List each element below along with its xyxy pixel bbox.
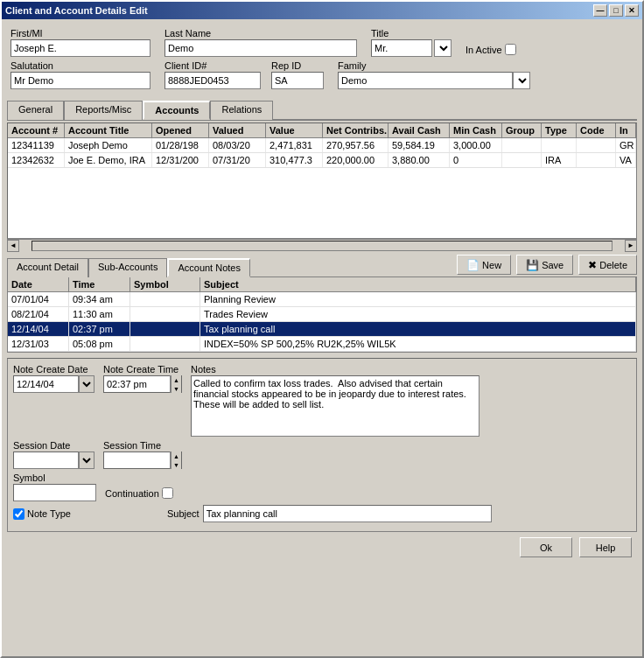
symbol-input[interactable] — [13, 484, 96, 501]
note-create-date-select[interactable]: ▼ — [79, 375, 94, 393]
title-field: Title ▼ — [371, 28, 452, 57]
scroll-left-button[interactable]: ◄ — [7, 240, 19, 252]
maximize-button[interactable]: □ — [609, 4, 623, 17]
table-row[interactable]: 12341139 Joseph Demo 01/28/198 08/03/20 … — [8, 138, 636, 153]
td-type: IRA — [542, 153, 577, 167]
notes-row[interactable]: 12/31/03 05:08 pm INDEX=50% SP 500,25% R… — [8, 337, 636, 352]
td-account-num: 12342632 — [8, 153, 65, 167]
tab-account-notes[interactable]: Account Notes — [167, 258, 250, 277]
notes-col-time: Time — [69, 277, 130, 291]
delete-label: Delete — [599, 260, 627, 270]
td-in: GR — [616, 138, 636, 152]
title-label: Title — [371, 28, 452, 38]
notes-textarea[interactable]: Called to confirm tax loss trades. Also … — [191, 375, 480, 437]
session-time-input[interactable] — [104, 454, 170, 466]
save-label: Save — [542, 260, 564, 270]
session-date-label: Session Date — [13, 440, 94, 451]
notes-td-subject: INDEX=50% SP 500,25% RU2K,25% WIL5K — [200, 337, 636, 351]
family-select[interactable]: ▼ — [513, 72, 530, 89]
tab-account-detail[interactable]: Account Detail — [7, 258, 88, 277]
tab-relations[interactable]: Relations — [210, 101, 273, 120]
scroll-right-button[interactable]: ► — [625, 240, 637, 252]
table-row[interactable]: 12342632 Joe E. Demo, IRA 12/31/200 07/3… — [8, 153, 636, 168]
minimize-button[interactable]: — — [593, 4, 607, 17]
notes-col-symbol: Symbol — [130, 277, 200, 291]
note-type-checkbox[interactable] — [13, 508, 24, 520]
detail-row-3: Symbol Continuation — [13, 472, 631, 501]
detail-row-2: Session Date ▼ Session Time ▲ ▼ — [13, 440, 631, 469]
title-select[interactable]: ▼ — [434, 39, 452, 57]
save-button[interactable]: 💾 Save — [516, 255, 573, 275]
notes-td-time: 05:08 pm — [69, 337, 130, 351]
form-row-1: First/MI Last Name Title ▼ In Active — [10, 28, 634, 57]
rep-id-input[interactable] — [271, 72, 324, 89]
hscrollbar-track[interactable] — [32, 241, 612, 251]
help-button[interactable]: Help — [579, 537, 632, 557]
main-tabs-bar: General Reports/Misc Accounts Relations — [7, 100, 637, 121]
delete-button[interactable]: ✖ Delete — [578, 255, 637, 275]
td-account-num: 12341139 — [8, 138, 65, 152]
detail-row-4: Note Type Subject — [13, 505, 631, 522]
td-value: 2,471,831 — [266, 138, 323, 152]
td-valued: 08/03/20 — [209, 138, 266, 152]
new-icon: 📄 — [466, 259, 480, 271]
notes-td-symbol — [130, 322, 200, 336]
td-valued: 07/31/20 — [209, 153, 266, 167]
first-mi-field: First/MI — [10, 28, 150, 57]
new-button[interactable]: 📄 New — [457, 255, 511, 275]
notes-td-date: 08/21/04 — [8, 307, 69, 321]
tab-reports-misc[interactable]: Reports/Misc — [64, 101, 143, 120]
footer-buttons: Ok Help — [7, 532, 637, 561]
session-time-up-button[interactable]: ▲ — [171, 452, 181, 460]
col-account-title: Account Title — [65, 123, 152, 137]
client-id-label: Client ID# — [164, 60, 261, 71]
tab-sub-accounts[interactable]: Sub-Accounts — [88, 258, 167, 277]
td-opened: 12/31/200 — [152, 153, 209, 167]
in-active-field: In Active — [466, 44, 516, 55]
td-code — [577, 138, 616, 152]
title-input[interactable] — [371, 39, 432, 57]
notes-field: Notes Called to confirm tax loss trades.… — [191, 364, 480, 437]
close-button[interactable]: ✕ — [625, 4, 639, 17]
last-name-input[interactable] — [164, 39, 357, 57]
notes-row[interactable]: 07/01/04 09:34 am Planning Review — [8, 292, 636, 307]
notes-td-symbol — [130, 337, 200, 351]
td-group — [502, 153, 542, 167]
time-down-button[interactable]: ▼ — [171, 384, 181, 393]
main-window: Client and Account Details Edit — □ ✕ Fi… — [0, 0, 644, 658]
ok-button[interactable]: Ok — [520, 537, 572, 557]
tab-accounts[interactable]: Accounts — [143, 101, 210, 120]
first-mi-input[interactable] — [10, 39, 150, 57]
window-title: Client and Account Details Edit — [5, 5, 148, 16]
time-up-button[interactable]: ▲ — [171, 375, 181, 384]
notes-td-symbol — [130, 307, 200, 321]
td-avail-cash: 59,584.19 — [388, 138, 450, 152]
client-id-input[interactable] — [164, 72, 261, 89]
td-group — [502, 138, 542, 152]
detail-section: Note Create Date ▼ Note Create Time ▲ ▼ — [7, 358, 637, 532]
note-create-date-field: Note Create Date ▼ — [13, 364, 94, 437]
salutation-input[interactable] — [10, 72, 150, 89]
symbol-field: Symbol — [13, 472, 96, 501]
tab-general[interactable]: General — [7, 101, 64, 120]
subject-input[interactable] — [203, 505, 492, 522]
empty-table-area — [8, 168, 636, 238]
hscrollbar-area: ◄ ► — [7, 239, 637, 251]
td-account-title: Joe E. Demo, IRA — [65, 153, 152, 167]
session-date-input[interactable] — [13, 452, 79, 469]
in-active-checkbox[interactable] — [505, 44, 516, 55]
family-input[interactable] — [338, 72, 513, 89]
col-in: In — [616, 123, 636, 137]
note-create-date-input[interactable] — [13, 375, 79, 393]
notes-row[interactable]: 08/21/04 11:30 am Trades Review — [8, 307, 636, 322]
note-create-time-input[interactable] — [104, 378, 170, 390]
notes-td-subject: Trades Review — [200, 307, 636, 321]
col-avail-cash: Avail Cash — [388, 123, 450, 137]
col-group: Group — [502, 123, 542, 137]
session-date-select[interactable]: ▼ — [79, 452, 94, 469]
session-time-down-button[interactable]: ▼ — [171, 460, 181, 469]
last-name-label: Last Name — [164, 28, 357, 38]
notes-row-selected[interactable]: 12/14/04 02:37 pm Tax planning call — [8, 322, 636, 337]
continuation-label: Continuation — [105, 488, 159, 499]
continuation-checkbox[interactable] — [162, 487, 173, 499]
